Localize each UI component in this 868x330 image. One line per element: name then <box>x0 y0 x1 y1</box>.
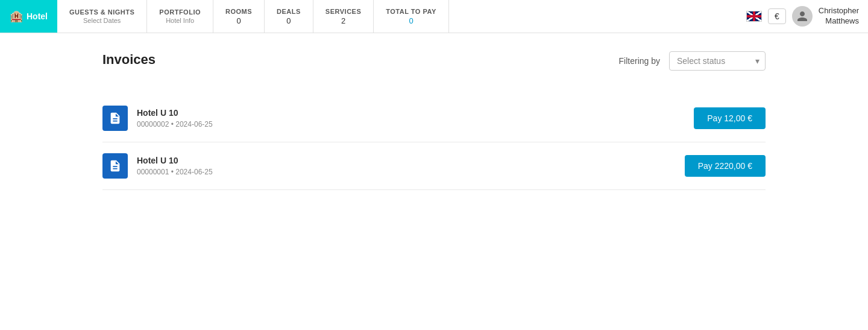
total-label: TOTAL TO PAY <box>386 8 436 15</box>
portfolio-sub: Hotel Info <box>166 17 194 24</box>
invoice-info: Hotel U 10 00000002 • 2024-06-25 <box>137 108 685 129</box>
header-right: € Christopher Matthews <box>737 0 868 33</box>
currency-button[interactable]: € <box>768 8 786 24</box>
logo-label: Hotel <box>27 11 48 21</box>
invoice-item: Hotel U 10 00000002 • 2024-06-25 Pay 12,… <box>102 95 766 142</box>
services-value: 2 <box>341 16 345 25</box>
deals-label: DEALS <box>277 8 301 15</box>
header: 🏨 Hotel GUESTS & NIGHTS Select Dates POR… <box>0 0 868 33</box>
language-flag-uk[interactable] <box>746 11 762 22</box>
nav-guests-nights[interactable]: GUESTS & NIGHTS Select Dates <box>57 0 147 33</box>
nav-deals[interactable]: DEALS 0 <box>265 0 313 33</box>
pay-button[interactable]: Pay 12,00 € <box>694 107 766 129</box>
invoice-doc-icon <box>102 106 128 131</box>
status-filter-select[interactable]: Select status Paid Unpaid Overdue <box>669 51 766 71</box>
nav-total[interactable]: TOTAL TO PAY 0 <box>374 0 448 33</box>
main-content: Invoices Filtering by Select status Paid… <box>0 33 868 208</box>
rooms-value: 0 <box>236 16 241 25</box>
guests-nights-sub: Select Dates <box>83 17 121 24</box>
nav-portfolio[interactable]: PORTFOLIO Hotel Info <box>147 0 213 33</box>
hotel-icon: 🏨 <box>10 10 23 23</box>
user-name: Christopher Matthews <box>819 6 859 27</box>
invoice-meta: 00000001 • 2024-06-25 <box>137 168 676 176</box>
invoice-list: Hotel U 10 00000002 • 2024-06-25 Pay 12,… <box>102 95 766 190</box>
invoice-name: Hotel U 10 <box>137 108 685 118</box>
nav-rooms[interactable]: ROOMS 0 <box>213 0 265 33</box>
invoice-item: Hotel U 10 00000001 • 2024-06-25 Pay 222… <box>102 142 766 190</box>
filter-bar: Filtering by Select status Paid Unpaid O… <box>619 51 766 71</box>
portfolio-label: PORTFOLIO <box>159 8 201 16</box>
invoice-name: Hotel U 10 <box>137 156 676 165</box>
rooms-label: ROOMS <box>225 8 252 15</box>
logo[interactable]: 🏨 Hotel <box>0 0 57 33</box>
filter-label: Filtering by <box>619 56 660 66</box>
status-filter-wrapper: Select status Paid Unpaid Overdue <box>669 51 766 71</box>
invoice-meta: 00000002 • 2024-06-25 <box>137 120 685 129</box>
guests-nights-label: GUESTS & NIGHTS <box>69 8 134 16</box>
invoice-doc-icon <box>102 153 128 179</box>
invoice-info: Hotel U 10 00000001 • 2024-06-25 <box>137 156 676 176</box>
page-title: Invoices <box>102 52 156 68</box>
services-label: SERVICES <box>326 8 361 15</box>
nav-services[interactable]: SERVICES 2 <box>313 0 374 33</box>
total-value: 0 <box>409 16 413 25</box>
user-avatar[interactable] <box>792 6 813 27</box>
pay-button[interactable]: Pay 2220,00 € <box>685 155 766 177</box>
main-nav: GUESTS & NIGHTS Select Dates PORTFOLIO H… <box>57 0 737 33</box>
deals-value: 0 <box>286 16 291 25</box>
